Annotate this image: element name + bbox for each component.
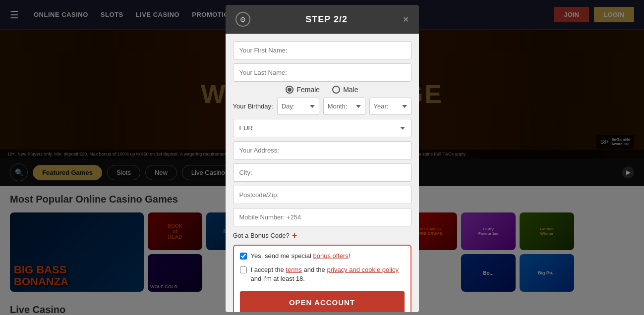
first-name-input[interactable]: [233, 41, 411, 59]
gender-female-radio[interactable]: [286, 86, 293, 94]
privacy-link[interactable]: privacy and cookie policy: [327, 266, 399, 273]
marketing-checkbox-row: Yes, send me special bonus offers!: [240, 252, 405, 261]
marketing-text-prefix: Yes, send me special: [251, 252, 313, 260]
terms-text-prefix: I accept the: [251, 266, 286, 273]
birthday-row: Your Birthday: Day: Month: Year:: [233, 98, 411, 115]
gender-male-option[interactable]: Male: [332, 86, 358, 94]
bonus-offers-link[interactable]: bonus offers: [313, 252, 348, 260]
birthday-day-select[interactable]: Day:: [277, 98, 319, 115]
gender-male-label: Male: [343, 86, 358, 94]
open-account-button[interactable]: OPEN ACCOUNT: [240, 291, 405, 312]
marketing-checkbox[interactable]: [240, 253, 247, 260]
gender-male-radio[interactable]: [332, 86, 340, 94]
gender-female-label: Female: [296, 86, 320, 94]
bonus-code-plus[interactable]: +: [292, 230, 297, 241]
gender-female-option[interactable]: Female: [286, 86, 320, 94]
postcode-input[interactable]: [233, 186, 411, 204]
bonus-code-label: Got a Bonus Code?: [233, 232, 290, 239]
birthday-label: Your Birthday:: [233, 103, 273, 110]
marketing-text-suffix: !: [349, 252, 351, 260]
modal-title: STEP 2/2: [305, 14, 348, 25]
terms-checkbox[interactable]: [240, 266, 247, 273]
modal-header: ⊙ STEP 2/2 ×: [226, 5, 419, 34]
modal-overlay: ⊙ STEP 2/2 × Female Male Your Birth: [0, 0, 644, 315]
highlight-section: Yes, send me special bonus offers! I acc…: [233, 245, 411, 312]
modal-close-button[interactable]: ×: [403, 14, 409, 24]
registration-modal: ⊙ STEP 2/2 × Female Male Your Birth: [226, 5, 419, 312]
city-input[interactable]: [233, 163, 411, 182]
terms-link[interactable]: terms: [286, 266, 302, 273]
mobile-input[interactable]: [233, 208, 411, 226]
terms-text-suffix: and I'm at least 18.: [251, 275, 305, 282]
modal-body: Female Male Your Birthday: Day: Month: Y…: [226, 34, 419, 312]
terms-checkbox-text: I accept the terms and the privacy and c…: [251, 265, 405, 283]
last-name-input[interactable]: [233, 63, 411, 82]
and-text: and the: [302, 266, 327, 273]
address-input[interactable]: [233, 141, 411, 159]
bonus-code-row: Got a Bonus Code? +: [233, 230, 411, 241]
terms-checkbox-row: I accept the terms and the privacy and c…: [240, 265, 405, 283]
modal-logo: ⊙: [235, 12, 250, 27]
currency-select[interactable]: EUR: [233, 119, 411, 137]
marketing-checkbox-text: Yes, send me special bonus offers!: [251, 252, 351, 261]
gender-row: Female Male: [233, 86, 411, 94]
birthday-year-select[interactable]: Year:: [369, 98, 411, 115]
birthday-month-select[interactable]: Month:: [323, 98, 365, 115]
